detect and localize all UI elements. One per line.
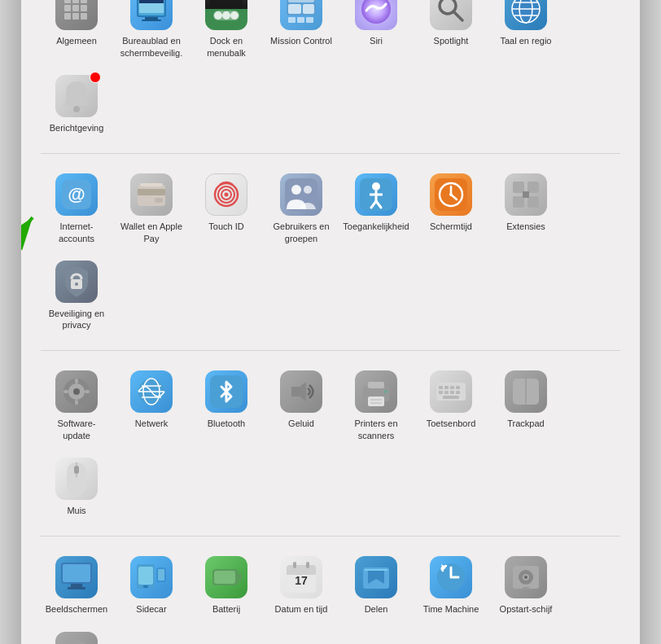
svg-rect-22 — [139, 0, 164, 3]
svg-rect-12 — [72, 5, 79, 11]
icon-item-sharing[interactable]: Delen — [340, 550, 412, 621]
icon-item-security[interactable]: Beveiliging en privacy — [41, 254, 112, 338]
screentime-icon — [430, 173, 472, 216]
trackpad-icon — [505, 370, 547, 413]
icon-item-bureaublad[interactable]: Bureaublad en schermbeveilig. — [116, 0, 187, 65]
icon-item-siri[interactable]: Siri — [340, 0, 412, 65]
icon-item-access[interactable]: Toegankelijkheid — [340, 167, 412, 251]
section-divider-1 — [41, 153, 620, 154]
svg-rect-31 — [303, 4, 314, 14]
section-divider-2 — [41, 350, 620, 351]
icon-item-mouse[interactable]: Muis — [41, 451, 112, 523]
notification-badge — [90, 72, 101, 83]
icon-item-berichtgeving[interactable]: Berichtgeving — [41, 68, 112, 140]
software-label: Software-update — [44, 418, 109, 441]
svg-rect-96 — [370, 399, 382, 401]
algemeen-icon — [55, 0, 98, 30]
icon-item-software[interactable]: Software-update — [41, 364, 112, 448]
icon-item-timemachine[interactable]: Time Machine — [415, 550, 487, 621]
users-icon — [280, 173, 322, 216]
svg-rect-23 — [210, 0, 243, 9]
svg-rect-49 — [138, 189, 165, 195]
svg-point-27 — [222, 11, 230, 20]
icon-item-network[interactable]: Netwerk — [116, 364, 187, 448]
icon-item-taal[interactable]: Taal en regio — [490, 0, 562, 65]
sharing-icon-box2 — [355, 556, 397, 598]
svg-rect-11 — [64, 5, 71, 11]
berichtgeving-label: Berichtgeving — [50, 122, 104, 134]
svg-rect-119 — [143, 585, 148, 588]
profiles-icon — [55, 632, 98, 644]
icon-item-displays[interactable]: Beeldschermen — [41, 550, 112, 621]
mission-icon — [280, 0, 322, 30]
icon-item-printers[interactable]: Printers en scanners — [340, 364, 412, 448]
svg-point-28 — [230, 11, 239, 20]
svg-point-60 — [372, 182, 380, 191]
system-preferences-window: ‹ › ⠿ Systeemvoorkeuren 🔍 🐺 Stefan — [21, 0, 640, 644]
icon-item-datetime[interactable]: 17 Datum en tijd — [265, 550, 337, 621]
svg-rect-140 — [523, 587, 529, 589]
dock-icon — [205, 0, 247, 30]
icon-item-dock[interactable]: Dock en menubalk — [190, 0, 262, 65]
section-divider-3 — [41, 536, 620, 537]
icon-item-mission[interactable]: Mission Control — [265, 0, 337, 65]
icon-item-keyboard[interactable]: Toetsenbord — [415, 364, 487, 448]
icon-item-algemeen[interactable]: Algemeen — [41, 0, 112, 65]
grid-row-1: Algemeen Bureaublad en schermbeveilig. — [41, 0, 620, 140]
icon-item-profiles[interactable]: Profielen — [41, 625, 112, 644]
software-icon — [55, 370, 98, 413]
svg-rect-84 — [85, 390, 90, 393]
internet-label: Internet-accounts — [44, 221, 109, 244]
svg-point-45 — [73, 106, 80, 112]
spotlight-label: Spotlight — [434, 35, 469, 46]
svg-rect-19 — [145, 17, 158, 20]
battery-icon — [205, 556, 247, 598]
svg-rect-115 — [71, 584, 82, 587]
taal-icon — [505, 0, 547, 30]
svg-point-57 — [291, 185, 301, 195]
icon-item-touchid[interactable]: Touch ID — [190, 167, 262, 251]
icon-item-screentime[interactable]: Schermtijd — [415, 167, 487, 251]
icon-item-sidecar[interactable]: Sidecar — [116, 550, 187, 621]
icon-item-users[interactable]: Gebruikers en groepen — [265, 167, 337, 251]
svg-rect-104 — [439, 391, 443, 394]
security-label: Beveiliging en privacy — [44, 308, 109, 331]
svg-rect-107 — [456, 391, 460, 394]
svg-rect-32 — [288, 0, 314, 2]
svg-point-141 — [63, 640, 90, 644]
icon-item-sound[interactable]: Geluid — [265, 364, 337, 448]
svg-point-77 — [75, 283, 78, 286]
svg-rect-8 — [64, 0, 71, 3]
svg-rect-112 — [74, 466, 79, 474]
bureaublad-label: Bureaublad en schermbeveilig. — [119, 35, 184, 59]
svg-rect-102 — [450, 386, 454, 389]
sidecar-icon — [130, 556, 173, 598]
icon-item-internet[interactable]: @ Internet-accounts — [41, 167, 112, 251]
grid-row-2: @ Internet-accounts Wallet en Apple Pay — [41, 167, 620, 337]
network-icon — [130, 370, 173, 413]
svg-rect-106 — [450, 391, 454, 394]
svg-rect-121 — [158, 569, 164, 580]
svg-rect-97 — [370, 402, 382, 404]
svg-rect-114 — [63, 564, 90, 582]
icon-item-trackpad[interactable]: Trackpad — [490, 364, 562, 448]
svg-rect-116 — [68, 587, 85, 589]
icon-item-spotlight[interactable]: Spotlight — [415, 0, 487, 65]
svg-rect-118 — [138, 567, 153, 585]
svg-rect-83 — [63, 390, 68, 393]
icon-item-wallet[interactable]: Wallet en Apple Pay — [116, 167, 187, 251]
datetime-label: Datum en tijd — [275, 603, 328, 615]
icon-item-extensions[interactable]: Extensies — [490, 167, 562, 251]
siri-icon — [355, 0, 397, 30]
icon-item-bluetooth[interactable]: Bluetooth — [190, 364, 262, 448]
svg-rect-105 — [444, 391, 449, 394]
icon-item-battery[interactable]: Batterij — [190, 550, 262, 621]
svg-text:17: 17 — [295, 574, 308, 587]
svg-point-98 — [384, 390, 387, 393]
svg-rect-74 — [523, 191, 529, 198]
svg-rect-124 — [214, 571, 235, 584]
svg-rect-14 — [64, 13, 71, 20]
icon-item-startup[interactable]: Opstart-schijf — [490, 550, 562, 621]
svg-rect-9 — [72, 0, 79, 3]
svg-rect-129 — [293, 562, 296, 568]
